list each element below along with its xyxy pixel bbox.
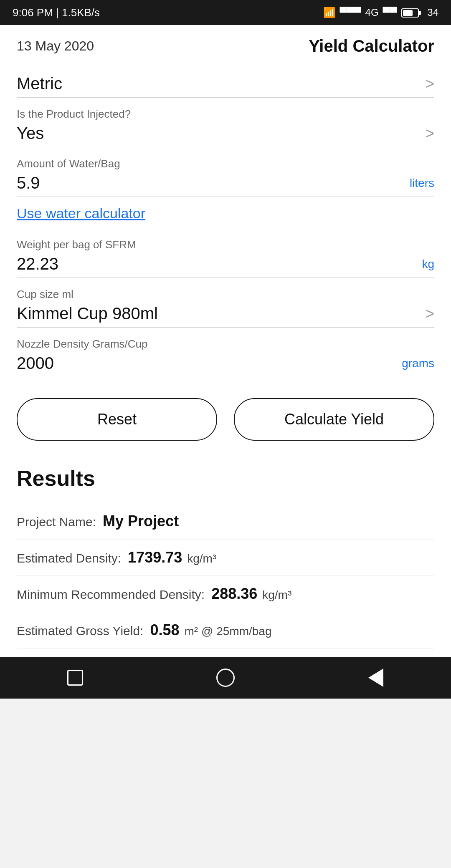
cup-size-group[interactable]: Cup size ml Kimmel Cup 980ml > bbox=[17, 278, 434, 328]
status-icons: 📶 ▀▀▀ 4G ▀▀ 34 bbox=[323, 7, 438, 18]
estimated-gross-yield-unit: m² @ 25mm/bag bbox=[185, 625, 272, 638]
nav-home-icon bbox=[216, 669, 235, 687]
buttons-row: Reset Calculate Yield bbox=[17, 377, 434, 453]
min-recommended-density-label: Minimum Recommended Density: bbox=[17, 588, 205, 602]
battery-fill bbox=[403, 10, 413, 16]
water-amount-label: Amount of Water/Bag bbox=[17, 157, 434, 170]
estimated-density-label: Estimated Density: bbox=[17, 551, 121, 565]
unit-selector-value: Metric bbox=[17, 74, 62, 93]
battery-percent: 34 bbox=[427, 7, 438, 18]
cup-size-row[interactable]: Kimmel Cup 980ml > bbox=[17, 304, 434, 323]
network-type: 4G bbox=[365, 7, 379, 18]
estimated-density-unit: kg/m³ bbox=[187, 552, 216, 565]
cup-size-arrow: > bbox=[426, 305, 434, 323]
results-title: Results bbox=[17, 466, 434, 491]
nozzle-density-label: Nozzle Density Grams/Cup bbox=[17, 338, 434, 351]
status-bar: 9:06 PM | 1.5KB/s 📶 ▀▀▀ 4G ▀▀ 34 bbox=[0, 0, 451, 25]
main-content: Metric > Is the Product Injected? Yes > … bbox=[0, 64, 451, 657]
result-min-recommended-density: Minimum Recommended Density: 288.36 kg/m… bbox=[17, 576, 434, 612]
water-amount-value[interactable]: 5.9 bbox=[17, 174, 40, 192]
nozzle-density-value[interactable]: 2000 bbox=[17, 354, 54, 373]
water-amount-unit: liters bbox=[410, 177, 434, 190]
cup-size-label: Cup size ml bbox=[17, 288, 434, 301]
nozzle-density-row: 2000 grams bbox=[17, 354, 434, 373]
results-section: Results Project Name: My Project Estimat… bbox=[17, 453, 434, 657]
battery-container: 34 bbox=[401, 7, 438, 18]
sfrm-value[interactable]: 22.23 bbox=[17, 255, 58, 273]
product-injected-arrow: > bbox=[426, 125, 434, 142]
header-date: 13 May 2020 bbox=[17, 38, 94, 54]
product-injected-value: Yes bbox=[17, 124, 44, 143]
unit-selector-arrow: > bbox=[426, 75, 434, 93]
product-injected-group[interactable]: Is the Product Injected? Yes > bbox=[17, 98, 434, 147]
unit-selector-group[interactable]: Metric > bbox=[17, 64, 434, 98]
water-calculator-link-wrapper[interactable]: Use water calculator bbox=[17, 197, 434, 228]
time-text: 9:06 PM | 1.5KB/s bbox=[13, 6, 100, 19]
nav-recent-icon bbox=[67, 670, 83, 686]
water-amount-row: 5.9 liters bbox=[17, 174, 434, 192]
nav-recent-button[interactable] bbox=[63, 665, 88, 690]
calculate-yield-button[interactable]: Calculate Yield bbox=[234, 398, 434, 441]
nozzle-density-group[interactable]: Nozzle Density Grams/Cup 2000 grams bbox=[17, 328, 434, 377]
result-estimated-density: Estimated Density: 1739.73 kg/m³ bbox=[17, 540, 434, 576]
battery-icon bbox=[401, 8, 419, 18]
water-amount-group[interactable]: Amount of Water/Bag 5.9 liters bbox=[17, 147, 434, 197]
project-name-label: Project Name: bbox=[17, 515, 96, 529]
sfrm-unit: kg bbox=[422, 257, 434, 271]
nav-home-button[interactable] bbox=[213, 665, 238, 690]
min-recommended-density-value: 288.36 bbox=[211, 585, 257, 603]
cup-size-value: Kimmel Cup 980ml bbox=[17, 304, 158, 323]
reset-button[interactable]: Reset bbox=[17, 398, 217, 441]
nav-back-icon bbox=[368, 669, 383, 687]
header: 13 May 2020 Yield Calculator bbox=[0, 25, 451, 64]
sfrm-label: Weight per bag of SFRM bbox=[17, 238, 434, 251]
estimated-gross-yield-label: Estimated Gross Yield: bbox=[17, 624, 143, 638]
sfrm-group[interactable]: Weight per bag of SFRM 22.23 kg bbox=[17, 228, 434, 278]
wifi-icon: 📶 bbox=[323, 7, 336, 18]
product-injected-label: Is the Product Injected? bbox=[17, 108, 434, 121]
unit-selector-row[interactable]: Metric > bbox=[17, 74, 434, 93]
min-recommended-density-unit: kg/m³ bbox=[262, 588, 291, 602]
result-project-name: Project Name: My Project bbox=[17, 503, 434, 540]
estimated-density-value: 1739.73 bbox=[128, 549, 182, 566]
nav-back-button[interactable] bbox=[363, 665, 388, 690]
result-estimated-gross-yield: Estimated Gross Yield: 0.58 m² @ 25mm/ba… bbox=[17, 612, 434, 648]
sfrm-row: 22.23 kg bbox=[17, 255, 434, 273]
nav-bar bbox=[0, 657, 451, 699]
water-calculator-link[interactable]: Use water calculator bbox=[17, 197, 145, 228]
header-title: Yield Calculator bbox=[309, 37, 434, 56]
nozzle-density-unit: grams bbox=[402, 357, 434, 370]
status-time: 9:06 PM | 1.5KB/s bbox=[13, 6, 100, 19]
estimated-gross-yield-value: 0.58 bbox=[150, 621, 179, 639]
signal-icon-2: ▀▀ bbox=[383, 7, 397, 18]
project-name-value: My Project bbox=[103, 512, 179, 530]
product-injected-row[interactable]: Yes > bbox=[17, 124, 434, 143]
signal-icon: ▀▀▀ bbox=[340, 7, 361, 18]
